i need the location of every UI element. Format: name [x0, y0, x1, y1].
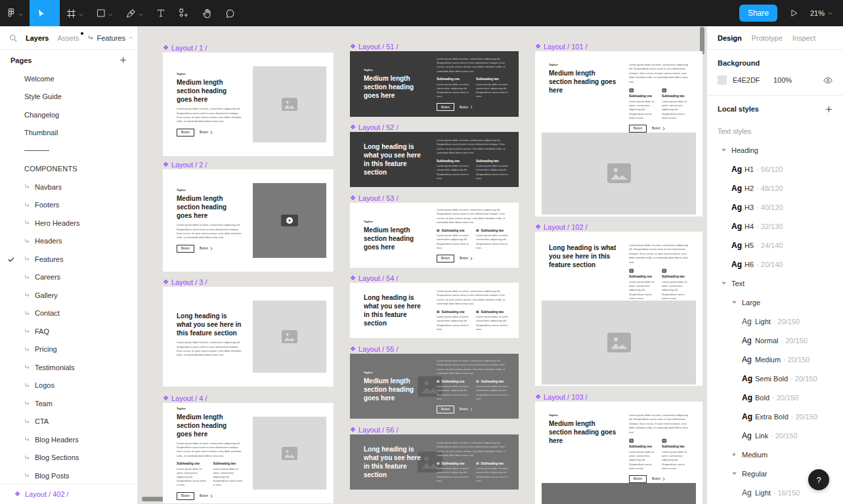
frame-tool[interactable]	[60, 0, 90, 26]
sidebar-page-item[interactable]: Changelog	[0, 106, 137, 124]
help-button[interactable]: ?	[808, 469, 829, 490]
frame-label[interactable]: ❖Layout / 54 /	[350, 274, 519, 282]
canvas[interactable]: ❖Layout / 1 /TaglineMedium length sectio…	[138, 26, 706, 504]
disclosure-down-icon[interactable]	[721, 148, 726, 152]
tab-layers[interactable]: Layers	[26, 34, 49, 42]
text-style-row[interactable]: AgH5· 24/140	[707, 236, 843, 255]
frame-body[interactable]: TaglineMedium length section heading goe…	[535, 402, 702, 504]
background-opacity-value[interactable]: 100%	[773, 76, 823, 84]
sidebar-component-item[interactable]: CTA	[0, 413, 137, 431]
sidebar-component-item[interactable]: Blog Headers	[0, 430, 137, 449]
text-style-row[interactable]: AgH2· 48/120	[707, 178, 843, 198]
add-style-button[interactable]	[825, 106, 832, 113]
comment-tool[interactable]	[219, 0, 242, 26]
frame-body[interactable]: Long heading is what you see here in thi…	[535, 232, 702, 386]
frame-label[interactable]: ❖Layout / 2 /	[163, 160, 334, 169]
sidebar-component-item[interactable]: Careers	[0, 268, 137, 287]
frame-body[interactable]: TaglineMedium length section heading goe…	[350, 51, 519, 117]
visibility-eye-icon[interactable]	[823, 77, 832, 84]
share-button[interactable]: Share	[739, 5, 777, 22]
style-group-row[interactable]: Text	[707, 274, 843, 293]
sidebar-component-item[interactable]: Gallery	[0, 286, 137, 304]
frame-body[interactable]: TaglineMedium length section heading goe…	[163, 52, 334, 156]
text-style-row[interactable]: AgH4· 32/130	[707, 217, 843, 236]
sidebar-page-item[interactable]: Thumbnail	[0, 124, 137, 142]
present-play-icon[interactable]	[789, 9, 798, 18]
text-style-row[interactable]: AgLink· 20/150	[707, 426, 843, 445]
frame-label[interactable]: ❖Layout / 52 /	[350, 123, 519, 131]
chevron-down-icon[interactable]	[79, 7, 83, 19]
text-style-row[interactable]: AgH6· 20/140	[707, 255, 843, 274]
tab-assets[interactable]: Assets	[57, 34, 79, 42]
disclosure-down-icon[interactable]	[731, 472, 737, 475]
sidebar-page-item[interactable]: Style Guide	[0, 88, 137, 106]
horizontal-scrollbar-thumb[interactable]	[142, 497, 164, 501]
search-icon[interactable]	[9, 34, 17, 42]
resources-tool[interactable]	[172, 0, 196, 26]
frame-label[interactable]: ❖Layout / 4 /	[163, 394, 334, 402]
sidebar-component-item[interactable]: Contact	[0, 304, 137, 323]
sidebar-component-item[interactable]: Logos	[0, 377, 137, 395]
text-style-row[interactable]: AgExtra Bold· 20/150	[707, 407, 843, 426]
frame-body[interactable]: Long heading is what you see here in thi…	[163, 287, 334, 387]
text-style-row[interactable]: AgH1· 56/120	[707, 159, 843, 178]
frame-body[interactable]: TaglineMedium length section heading goe…	[350, 203, 519, 268]
chevron-down-icon[interactable]	[139, 7, 143, 19]
pen-tool[interactable]	[119, 0, 150, 26]
frame-label[interactable]: ❖Layout / 55 /	[350, 345, 519, 353]
sidebar-component-item[interactable]: Features	[0, 250, 137, 268]
text-style-row[interactable]: AgSemi Bold· 20/150	[707, 369, 843, 388]
disclosure-right-icon[interactable]	[731, 452, 737, 457]
frame-label[interactable]: ❖Layout / 53 /	[350, 194, 519, 202]
frame-body[interactable]: Long heading is what you see here in thi…	[350, 434, 519, 490]
style-group-row[interactable]: Heading	[707, 140, 843, 159]
frame-label[interactable]: ❖Layout / 3 /	[163, 278, 334, 286]
frame-label[interactable]: ❖Layout / 103 /	[535, 392, 702, 401]
frame-body[interactable]: TaglineMedium length section heading goe…	[163, 169, 334, 272]
move-tool[interactable]	[30, 0, 60, 26]
frame-label[interactable]: ❖Layout / 1 /	[163, 43, 334, 52]
tab-inspect[interactable]: Inspect	[792, 34, 815, 42]
sidebar-component-item[interactable]: Pricing	[0, 341, 137, 359]
disclosure-down-icon[interactable]	[721, 282, 726, 285]
sidebar-component-item[interactable]: FAQ	[0, 322, 137, 341]
text-style-row[interactable]: AgH3· 40/120	[707, 198, 843, 217]
text-style-row[interactable]: AgLight· 20/150	[707, 312, 843, 331]
chevron-down-icon[interactable]	[49, 7, 53, 19]
tab-design[interactable]: Design	[718, 34, 742, 42]
style-group-row[interactable]: Large	[707, 293, 843, 312]
style-group-row[interactable]: Medium	[707, 445, 843, 464]
background-color-swatch[interactable]	[718, 75, 727, 85]
sidebar-component-item[interactable]: Team	[0, 394, 137, 413]
chevron-down-icon[interactable]	[108, 7, 113, 19]
frame-body[interactable]: Long heading is what you see here in thi…	[350, 132, 519, 187]
shape-tool[interactable]	[90, 0, 119, 26]
disclosure-down-icon[interactable]	[731, 301, 737, 304]
zoom-control[interactable]: 21%	[810, 9, 832, 17]
frame-body[interactable]: TaglineMedium length section heading goe…	[350, 354, 519, 419]
main-menu[interactable]	[0, 0, 30, 26]
page-selector[interactable]: Features	[88, 34, 133, 42]
sidebar-component-item[interactable]: Hero Headers	[0, 214, 137, 232]
text-style-row[interactable]: AgMedium· 20/150	[707, 350, 843, 369]
sidebar-component-item[interactable]: Blog Sections	[0, 449, 137, 467]
chevron-down-icon[interactable]	[18, 7, 23, 19]
sidebar-page-item[interactable]: Welcome	[0, 70, 137, 88]
hand-tool[interactable]	[196, 0, 219, 26]
frame-label[interactable]: ❖Layout / 51 /	[350, 42, 519, 51]
sidebar-component-item[interactable]: Headers	[0, 232, 137, 251]
background-hex-value[interactable]: E4E2DF	[733, 76, 773, 84]
text-style-row[interactable]: AgNormal· 20/150	[707, 331, 843, 350]
selection-breadcrumb[interactable]: ❖ Layout / 402 /	[0, 484, 137, 504]
text-style-row[interactable]: AgBold· 20/150	[707, 388, 843, 407]
add-page-button[interactable]	[119, 56, 127, 64]
frame-body[interactable]: TaglineMedium length section heading goe…	[163, 403, 334, 503]
sidebar-component-item[interactable]: Testimonials	[0, 358, 137, 377]
sidebar-component-item[interactable]: Navbars	[0, 178, 137, 196]
frame-label[interactable]: ❖Layout / 56 /	[350, 425, 519, 434]
sidebar-component-item[interactable]: Footers	[0, 196, 137, 215]
frame-label[interactable]: ❖Layout / 101 /	[535, 42, 702, 51]
frame-label[interactable]: ❖Layout / 102 /	[535, 222, 702, 231]
frame-body[interactable]: Long heading is what you see here in thi…	[350, 283, 519, 338]
text-tool[interactable]	[150, 0, 172, 26]
